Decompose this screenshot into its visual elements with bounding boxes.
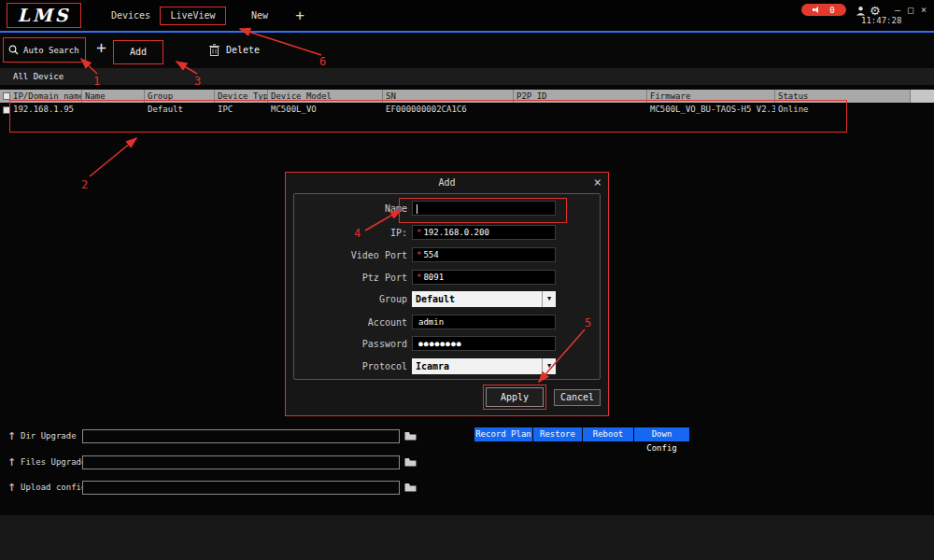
browse-button[interactable] bbox=[403, 456, 417, 469]
upload-config-input[interactable] bbox=[82, 481, 400, 495]
field-label: Name bbox=[294, 203, 412, 214]
ip-input[interactable] bbox=[421, 228, 555, 237]
field-label: Ptz Port bbox=[294, 273, 412, 283]
ptz-port-input-wrap: * bbox=[412, 270, 556, 285]
upload-config-row: ↑ Upload config bbox=[7, 480, 417, 495]
ip-input-wrap: * bbox=[412, 225, 556, 240]
tab-devices[interactable]: Devices bbox=[105, 0, 157, 31]
scrollbar-corner bbox=[911, 90, 934, 103]
titlebar: LMS Devices LiveView New + 0 ⚙ 11:47:28 … bbox=[0, 0, 934, 31]
files-upgrade-label: Files Upgrade bbox=[21, 457, 82, 467]
speaker-icon bbox=[813, 6, 821, 14]
group-select[interactable]: Default ▼ bbox=[412, 291, 556, 307]
restore-button[interactable]: □ bbox=[908, 5, 913, 15]
notification-count: 0 bbox=[829, 6, 834, 15]
account-input[interactable] bbox=[417, 317, 555, 327]
minimize-button[interactable]: — bbox=[895, 5, 900, 15]
tab-new[interactable]: New bbox=[241, 0, 278, 31]
chevron-down-icon: ▼ bbox=[542, 291, 556, 307]
annotation-box-name-input bbox=[399, 198, 567, 223]
annotation-box-device-row bbox=[9, 100, 847, 133]
annotation-number-2: 2 bbox=[81, 178, 88, 191]
add-plus-button[interactable]: + bbox=[96, 37, 106, 57]
new-tab-button[interactable]: + bbox=[290, 0, 309, 31]
field-row-ptz-port: Ptz Port * bbox=[294, 269, 600, 286]
field-label: Group bbox=[294, 294, 412, 304]
upload-icon: ↑ bbox=[7, 482, 21, 494]
field-row-ip: IP: * bbox=[294, 224, 600, 241]
field-label: Password bbox=[294, 339, 412, 349]
protocol-select[interactable]: Icamra ▼ bbox=[412, 358, 556, 374]
files-upgrade-row: ↑ Files Upgrade bbox=[7, 455, 417, 469]
device-group-bar: All Device bbox=[0, 68, 934, 85]
folder-icon bbox=[404, 457, 417, 467]
browse-button[interactable] bbox=[403, 430, 417, 442]
ptz-port-input[interactable] bbox=[421, 273, 555, 282]
field-row-password: Password bbox=[294, 335, 600, 352]
cancel-button[interactable]: Cancel bbox=[554, 389, 601, 406]
field-label: IP: bbox=[294, 228, 412, 238]
auto-search-button[interactable]: Auto Search bbox=[3, 37, 86, 63]
close-icon[interactable]: × bbox=[594, 175, 601, 189]
down-config-button[interactable]: Down Config bbox=[634, 427, 689, 441]
record-plan-button[interactable]: Record Plan bbox=[474, 427, 532, 441]
folder-icon bbox=[404, 483, 417, 492]
folder-icon bbox=[404, 431, 417, 441]
field-label: Account bbox=[294, 317, 412, 328]
add-device-dialog: Add × Name IP: * Video Port bbox=[285, 172, 609, 416]
field-row-video-port: Video Port * bbox=[294, 246, 600, 263]
field-row-protocol: Protocol Icamra ▼ bbox=[294, 357, 600, 374]
window-controls: — □ × bbox=[895, 5, 927, 15]
upload-icon: ↑ bbox=[7, 456, 21, 469]
add-button[interactable]: Add bbox=[113, 40, 163, 64]
toolbar: Auto Search + Add Delete bbox=[0, 33, 934, 68]
upload-config-label: Upload config bbox=[21, 483, 82, 492]
tab-liveview[interactable]: LiveView bbox=[160, 7, 226, 25]
account-input-wrap bbox=[412, 315, 556, 329]
delete-button[interactable]: Delete bbox=[209, 40, 260, 59]
app-logo: LMS bbox=[7, 3, 81, 28]
auto-search-label: Auto Search bbox=[23, 46, 79, 55]
browse-button[interactable] bbox=[403, 482, 417, 494]
dir-upgrade-label: Dir Upgrade bbox=[21, 431, 82, 441]
field-row-group: Group Default ▼ bbox=[294, 290, 600, 307]
password-input[interactable] bbox=[417, 340, 555, 348]
dir-upgrade-input[interactable] bbox=[82, 429, 400, 443]
dialog-title: Add bbox=[286, 173, 608, 193]
trash-icon bbox=[209, 44, 219, 56]
search-icon bbox=[8, 45, 19, 55]
video-port-input-wrap: * bbox=[412, 247, 556, 262]
restore-button[interactable]: Restore bbox=[533, 427, 582, 441]
files-upgrade-input[interactable] bbox=[82, 455, 400, 469]
user-icon[interactable] bbox=[856, 6, 866, 16]
protocol-select-value: Icamra bbox=[416, 361, 449, 371]
password-input-wrap bbox=[412, 336, 556, 351]
apply-button[interactable]: Apply bbox=[486, 387, 544, 407]
dir-upgrade-row: ↑ Dir Upgrade bbox=[7, 428, 417, 443]
video-port-input[interactable] bbox=[421, 250, 555, 259]
select-all-checkbox[interactable] bbox=[3, 92, 10, 100]
field-label: Video Port bbox=[294, 250, 412, 260]
field-row-account: Account bbox=[294, 314, 600, 330]
upload-icon: ↑ bbox=[7, 430, 21, 442]
footer-strip bbox=[0, 515, 934, 560]
reboot-button[interactable]: Reboot bbox=[583, 427, 633, 441]
clock: 11:47:28 bbox=[861, 16, 901, 25]
chevron-down-icon: ▼ bbox=[542, 358, 556, 374]
app-window: LMS Devices LiveView New + 0 ⚙ 11:47:28 … bbox=[0, 0, 934, 560]
delete-label: Delete bbox=[226, 45, 260, 55]
group-label: All Device bbox=[13, 72, 64, 81]
field-label: Protocol bbox=[294, 361, 412, 371]
group-select-value: Default bbox=[416, 294, 455, 304]
close-button[interactable]: × bbox=[921, 5, 927, 15]
device-actions: Record Plan Restore Reboot Down Config bbox=[474, 427, 689, 441]
notification-badge[interactable]: 0 bbox=[801, 4, 846, 16]
